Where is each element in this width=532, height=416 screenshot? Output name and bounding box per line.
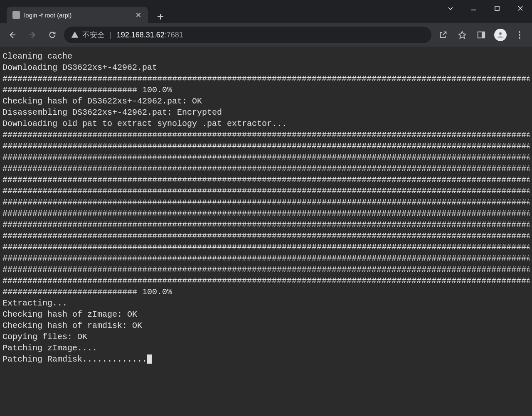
address-bar[interactable]: 不安全 | 192.168.31.62:7681 <box>64 27 431 43</box>
terminal-line: Downloading DS3622xs+-42962.pat <box>2 62 530 73</box>
address-port: :7681 <box>165 31 183 39</box>
terminal-line: ########################### 100.0% <box>2 84 530 96</box>
terminal-line: ########################################… <box>2 219 530 230</box>
new-tab-button[interactable] <box>154 10 167 23</box>
insecure-label: 不安全 <box>82 30 105 40</box>
insecure-indicator[interactable]: 不安全 <box>71 30 105 40</box>
window-controls <box>439 0 532 17</box>
svg-point-3 <box>499 32 502 35</box>
warning-icon <box>71 31 79 39</box>
profile-button[interactable] <box>492 27 509 43</box>
tab-search-button[interactable] <box>439 0 462 17</box>
terminal-line: ########################################… <box>2 140 530 152</box>
svg-rect-0 <box>495 6 499 10</box>
terminal-line: Patching Ramdisk............. <box>2 354 530 365</box>
terminal-line: ########################################… <box>2 185 530 197</box>
terminal-line: ########################################… <box>2 174 530 185</box>
terminal-cursor <box>147 354 152 364</box>
terminal-line: Copying files: OK <box>2 331 530 342</box>
terminal-line: ########################################… <box>2 275 530 286</box>
window-minimize-button[interactable] <box>462 0 485 17</box>
terminal-line: ########################################… <box>2 129 530 140</box>
terminal-line: Cleaning cache <box>2 51 530 62</box>
kebab-icon <box>519 31 520 39</box>
terminal-line: ########################################… <box>2 253 530 264</box>
forward-button[interactable] <box>24 27 41 43</box>
tab-title: login -f root (arpl) <box>24 12 131 19</box>
terminal-line: ########################################… <box>2 197 530 208</box>
terminal-line: Checking hash of zImage: OK <box>2 309 530 320</box>
terminal-line: ########################################… <box>2 241 530 253</box>
address-host: 192.168.31.62 <box>117 31 165 39</box>
terminal-line: Checking hash of DS3622xs+-42962.pat: OK <box>2 96 530 107</box>
address-text: 192.168.31.62:7681 <box>117 31 183 39</box>
menu-button[interactable] <box>511 27 528 43</box>
tab-strip: login -f root (arpl) <box>0 0 167 23</box>
titlebar: login -f root (arpl) <box>0 0 532 23</box>
tab-close-button[interactable] <box>135 11 142 19</box>
share-button[interactable] <box>435 27 451 43</box>
back-button[interactable] <box>4 27 21 43</box>
terminal-line: ########################### 100.0% <box>2 286 530 298</box>
window-close-button[interactable] <box>509 0 532 17</box>
terminal-line: Patching zImage.... <box>2 342 530 354</box>
terminal-output[interactable]: Cleaning cacheDownloading DS3622xs+-4296… <box>0 47 532 416</box>
terminal-line: Checking hash of ramdisk: OK <box>2 320 530 331</box>
browser-toolbar: 不安全 | 192.168.31.62:7681 <box>0 23 532 47</box>
window-maximize-button[interactable] <box>485 0 509 17</box>
terminal-line: ########################################… <box>2 264 530 275</box>
address-separator: | <box>110 31 112 39</box>
terminal-line: ########################################… <box>2 163 530 174</box>
terminal-line: ########################################… <box>2 230 530 241</box>
side-panel-button[interactable] <box>473 27 490 43</box>
terminal-line: Downloading old pat to extract synology … <box>2 118 530 129</box>
avatar-icon <box>494 29 507 41</box>
terminal-line: ########################################… <box>2 208 530 219</box>
browser-tab[interactable]: login -f root (arpl) <box>7 7 148 23</box>
terminal-line: Disassembling DS3622xs+-42962.pat: Encry… <box>2 107 530 118</box>
terminal-line: ########################################… <box>2 73 530 84</box>
terminal-line: ########################################… <box>2 152 530 163</box>
svg-rect-2 <box>482 32 485 38</box>
bookmark-button[interactable] <box>454 27 470 43</box>
tab-favicon-icon <box>12 11 20 19</box>
reload-button[interactable] <box>44 27 61 43</box>
toolbar-right <box>435 27 528 43</box>
terminal-line: Extracting... <box>2 298 530 309</box>
